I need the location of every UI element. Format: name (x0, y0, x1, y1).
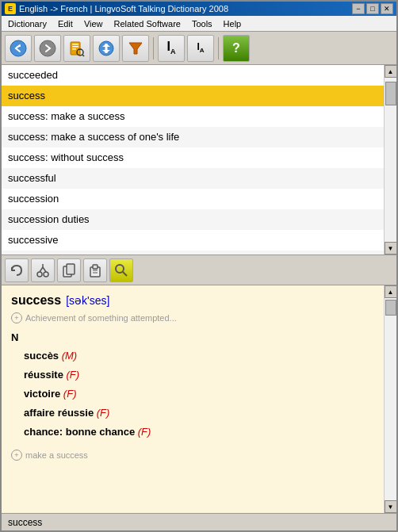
scroll-thumb[interactable] (385, 82, 396, 105)
close-button[interactable]: ✕ (381, 3, 393, 14)
definition-hint: + Achievement of something attempted... (11, 312, 374, 323)
translation-gender: (F) (97, 407, 110, 419)
expand-hint-icon[interactable]: + (11, 312, 22, 323)
help-button[interactable]: ? (223, 35, 250, 62)
word-list-item[interactable]: successful (2, 168, 384, 189)
translation-item: réussite (F) (11, 366, 374, 385)
menu-view[interactable]: View (79, 17, 108, 30)
main-toolbar: IA IA ? (2, 32, 396, 65)
menu-edit[interactable]: Edit (53, 17, 78, 30)
svg-point-11 (37, 272, 42, 277)
menu-bar: Dictionary Edit View Related Software To… (2, 16, 396, 32)
title-bar: E English -> French | LingvoSoft Talking… (2, 2, 396, 16)
status-text: success (8, 517, 42, 528)
def-scroll-down[interactable]: ▼ (385, 500, 397, 513)
definition-container: success [sək'ses] + Achievement of somet… (2, 285, 396, 513)
svg-line-23 (123, 272, 127, 276)
font-inc-icon: IA (167, 40, 176, 55)
translation-gender: (F) (66, 369, 79, 381)
title-buttons: − □ ✕ (352, 3, 393, 14)
translation-word: victoire (24, 388, 63, 400)
svg-point-12 (44, 272, 48, 277)
pos-label: N (11, 331, 374, 343)
more-label: make a success (25, 450, 88, 460)
svg-rect-9 (105, 44, 108, 53)
scroll-up-arrow[interactable]: ▲ (385, 65, 397, 78)
menu-dictionary[interactable]: Dictionary (3, 17, 52, 30)
svg-point-1 (40, 40, 55, 56)
translation-word: réussite (24, 369, 66, 381)
word-list-container: succeededsuccesssuccess: make a successs… (2, 65, 396, 255)
svg-point-0 (10, 40, 26, 56)
word-list-item[interactable]: success (2, 86, 384, 106)
translation-word: chance: bonne chance (24, 426, 138, 438)
menu-tools[interactable]: Tools (187, 17, 217, 30)
def-scroll-up[interactable]: ▲ (385, 285, 397, 298)
copy-button[interactable] (57, 258, 81, 282)
maximize-button[interactable]: □ (366, 3, 379, 14)
definition-scrollbar[interactable]: ▲ ▼ (384, 285, 396, 513)
paste-button[interactable] (83, 258, 107, 282)
def-scroll-thumb[interactable] (385, 300, 396, 316)
toolbar-separator-1 (153, 37, 154, 59)
expand-more-icon[interactable]: + (11, 450, 22, 461)
back-button[interactable] (5, 35, 32, 62)
svg-rect-17 (67, 264, 75, 274)
definition-word: success (11, 293, 61, 308)
status-bar: success (2, 513, 396, 530)
word-list-scrollbar[interactable]: ▲ ▼ (384, 65, 396, 255)
menu-help[interactable]: Help (219, 17, 247, 30)
forward-button[interactable] (34, 35, 61, 62)
word-list-item[interactable]: succeeded (2, 65, 384, 86)
search-button[interactable] (109, 258, 133, 282)
svg-line-14 (43, 267, 46, 272)
title-text: E English -> French | LingvoSoft Talking… (5, 3, 228, 14)
svg-point-22 (116, 265, 124, 273)
definition-content: success [sək'ses] + Achievement of somet… (2, 285, 384, 513)
word-list: succeededsuccesssuccess: make a successs… (2, 65, 384, 255)
font-dec-icon: IA (197, 41, 204, 54)
word-list-item[interactable]: success: without success (2, 147, 384, 168)
translate-button[interactable] (93, 35, 120, 62)
translation-item: succès (M) (11, 346, 374, 366)
svg-line-13 (40, 267, 43, 272)
word-list-item[interactable]: success: make a success (2, 106, 384, 127)
translation-gender: (M) (62, 350, 78, 362)
word-list-item[interactable]: success: make a success of one's life (2, 127, 384, 147)
svg-rect-19 (93, 265, 98, 269)
title-label: English -> French | LingvoSoft Talking D… (19, 4, 228, 13)
svg-rect-4 (72, 46, 78, 48)
svg-rect-3 (72, 44, 78, 45)
minimize-button[interactable]: − (352, 3, 365, 14)
translation-word: succès (24, 350, 62, 362)
svg-rect-5 (72, 48, 76, 50)
word-list-item[interactable]: successor (2, 251, 384, 255)
definition-phonetic: [sək'ses] (66, 294, 109, 307)
help-icon: ? (232, 41, 240, 55)
translation-item: chance: bonne chance (F) (11, 423, 374, 442)
more-section: + make a success (11, 450, 374, 461)
font-increase-button[interactable]: IA (158, 35, 185, 62)
svg-marker-10 (129, 43, 142, 54)
translation-gender: (F) (138, 426, 151, 438)
filter-button[interactable] (122, 35, 149, 62)
cut-button[interactable] (31, 258, 55, 282)
word-list-item[interactable]: succession duties (2, 209, 384, 230)
scroll-track[interactable] (385, 78, 397, 242)
undo-button[interactable] (5, 258, 29, 282)
lookup-button[interactable] (63, 35, 90, 62)
word-list-item[interactable]: successive (2, 230, 384, 251)
font-decrease-button[interactable]: IA (187, 35, 214, 62)
translation-item: victoire (F) (11, 385, 374, 404)
secondary-toolbar (2, 255, 396, 285)
translation-gender: (F) (63, 388, 77, 400)
word-list-item[interactable]: succession (2, 189, 384, 209)
translation-item: affaire réussie (F) (11, 404, 374, 423)
app-icon: E (5, 3, 16, 14)
translations-list: succès (M)réussite (F)victoire (F)affair… (11, 346, 374, 442)
menu-related-software[interactable]: Related Software (109, 17, 186, 30)
scroll-down-arrow[interactable]: ▼ (385, 242, 397, 255)
translation-word: affaire réussie (24, 407, 97, 419)
svg-line-7 (82, 55, 84, 56)
def-scroll-track[interactable] (385, 298, 397, 500)
